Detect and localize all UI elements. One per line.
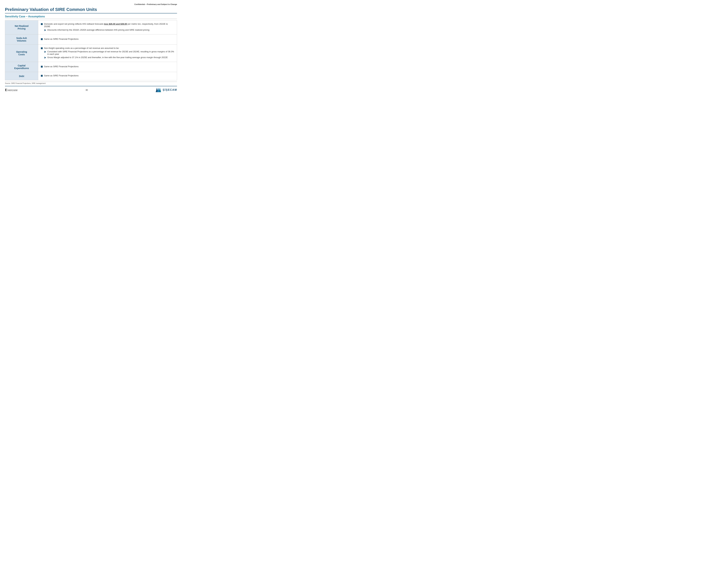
table-row: CapitalExpendituresSame as SIRE Financia… [5,62,177,72]
bullet-row: Same as SIRE Financial Projections [41,74,174,77]
footer-bar: Evercore 30 ŞİŞECAM [5,86,177,92]
bullet-row: Same as SIRE Financial Projections [41,65,174,68]
bullet-text: Same as SIRE Financial Projections [44,65,79,68]
row-label-4: Debt [5,72,38,80]
sub-bullet-row: Consistent with SIRE Financial Projectio… [45,50,174,55]
square-bullet-icon [41,47,43,49]
row-content-1: Same as SIRE Financial Projections [38,34,177,45]
table-row: OperatingCostsNon-freight operating cost… [5,45,177,62]
row-label-0: Net RealizedPricing [5,20,38,34]
sisecam-icon [156,88,162,92]
main-title: Preliminary Valuation of SIRE Common Uni… [5,7,177,13]
bullet-text: Same as SIRE Financial Projections [44,38,79,40]
square-bullet-icon [41,75,43,77]
arrow-sub-bullet-icon [45,57,46,59]
sub-bullets: Discounts informed by the 2018A–2020A av… [45,29,174,31]
confidential-text: Confidential – Preliminary and Subject t… [5,3,177,5]
section-title: Sensitivity Case – Assumptions [5,15,177,19]
square-bullet-icon [41,23,43,25]
sub-bullet-text: Gross Margin adjusted to 37.1% in 2025E … [47,56,168,59]
sub-bullet-row: Gross Margin adjusted to 37.1% in 2025E … [45,56,174,59]
bullet-text: Domestic and export net pricing reflects… [44,23,174,28]
bullet-row: Same as SIRE Financial Projections [41,38,174,40]
sisecam-logo: ŞİŞECAM [156,88,177,92]
sisecam-text: ŞİŞECAM [163,88,177,91]
assumptions-table: Net RealizedPricingDomestic and export n… [5,20,177,80]
row-label-3: CapitalExpenditures [5,62,38,72]
evercore-logo: Evercore [5,88,18,92]
bullet-row: Non-freight operating costs as a percent… [41,47,174,49]
table-row: Net RealizedPricingDomestic and export n… [5,20,177,34]
sub-bullets: Consistent with SIRE Financial Projectio… [45,50,174,59]
row-content-4: Same as SIRE Financial Projections [38,72,177,80]
page-number: 30 [86,89,88,91]
bullet-text: Non-freight operating costs as a percent… [44,47,119,49]
arrow-sub-bullet-icon [45,51,46,53]
row-label-2: OperatingCosts [5,45,38,62]
square-bullet-icon [41,38,43,40]
table-row: Soda AshVolumesSame as SIRE Financial Pr… [5,34,177,45]
arrow-sub-bullet-icon [45,29,46,31]
svg-marker-2 [159,88,161,92]
sub-bullet-text: Discounts informed by the 2018A–2020A av… [47,29,149,31]
bullet-text: Same as SIRE Financial Projections [44,74,79,77]
row-content-3: Same as SIRE Financial Projections [38,62,177,72]
row-label-1: Soda AshVolumes [5,34,38,45]
row-content-0: Domestic and export net pricing reflects… [38,20,177,34]
square-bullet-icon [41,66,43,68]
table-row: DebtSame as SIRE Financial Projections [5,72,177,80]
sub-bullet-row: Discounts informed by the 2018A–2020A av… [45,29,174,31]
bullet-row: Domestic and export net pricing reflects… [41,23,174,28]
row-content-2: Non-freight operating costs as a percent… [38,45,177,62]
sub-bullet-text: Consistent with SIRE Financial Projectio… [47,50,174,55]
footer-source: Source: SIRE Financial Projections, SIRE… [5,82,177,84]
